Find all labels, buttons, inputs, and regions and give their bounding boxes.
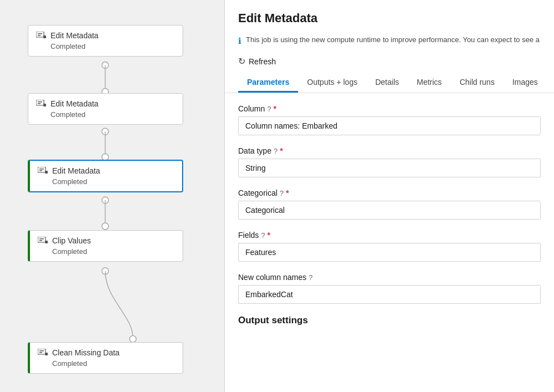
svg-point-6 (102, 197, 109, 203)
data-type-label: Data type ? * (238, 146, 541, 155)
node-label-5: Clean Missing Data (52, 348, 119, 357)
svg-rect-29 (45, 353, 48, 355)
svg-rect-15 (38, 101, 42, 103)
refresh-icon: ↻ (238, 56, 245, 67)
new-column-names-label: New column names ? (238, 273, 541, 282)
module-icon-1 (36, 32, 46, 39)
categorical-value: Categorical (238, 201, 541, 220)
new-column-names-field-group: New column names ? EmbarkedCat (238, 273, 541, 304)
new-column-names-help-icon[interactable]: ? (309, 273, 313, 282)
tab-parameters[interactable]: Parameters (238, 73, 298, 93)
module-icon-3 (38, 167, 48, 175)
info-icon: ℹ (238, 36, 241, 46)
fields-help-icon[interactable]: ? (261, 231, 265, 240)
tab-outputs-logs[interactable]: Outputs + logs (298, 73, 366, 93)
svg-rect-26 (38, 349, 46, 354)
svg-rect-22 (38, 237, 46, 242)
node-label-2: Edit Metadata (51, 99, 98, 108)
svg-point-7 (102, 223, 109, 230)
fields-value: Features (238, 243, 541, 262)
svg-rect-27 (39, 350, 44, 352)
fields-required: * (268, 231, 270, 240)
info-banner-text: This job is using the new compute runtim… (246, 35, 540, 44)
svg-rect-25 (45, 241, 48, 243)
pipeline-canvas: Edit Metadata Completed Edit Metadata Co… (0, 0, 225, 392)
svg-point-3 (102, 128, 109, 135)
svg-rect-19 (39, 169, 44, 170)
svg-rect-13 (43, 35, 46, 38)
svg-rect-18 (38, 167, 46, 172)
info-banner: ℹ This job is using the new compute runt… (238, 31, 541, 50)
column-required: * (273, 104, 276, 113)
svg-rect-23 (39, 238, 44, 240)
svg-rect-16 (38, 103, 41, 104)
tab-bar: Parameters Outputs + logs Details Metric… (238, 73, 541, 93)
parameters-content: Column ? * Column names: Embarked Data t… (225, 93, 554, 392)
svg-rect-24 (39, 240, 42, 241)
module-icon-4 (38, 237, 48, 245)
svg-rect-10 (36, 32, 44, 37)
module-icon-5 (38, 349, 48, 357)
pipeline-node-clean-missing-data[interactable]: Clean Missing Data Completed (28, 342, 183, 374)
fields-label: Fields ? * (238, 231, 541, 240)
svg-rect-21 (45, 171, 48, 174)
node-status-1: Completed (36, 42, 175, 50)
pipeline-node-edit-metadata-1[interactable]: Edit Metadata Completed (28, 25, 183, 57)
node-status-5: Completed (38, 359, 175, 368)
pipeline-node-clip-values[interactable]: Clip Values Completed (28, 230, 183, 262)
column-value: Column names: Embarked (238, 116, 541, 135)
output-settings-title: Output settings (238, 315, 541, 326)
data-type-required: * (280, 146, 283, 155)
node-label-4: Clip Values (52, 236, 91, 245)
pipeline-node-edit-metadata-2[interactable]: Edit Metadata Completed (28, 93, 183, 125)
svg-rect-12 (38, 35, 41, 36)
node-status-3: Completed (38, 177, 174, 186)
right-panel: Edit Metadata ℹ This job is using the ne… (225, 0, 554, 392)
svg-point-9 (129, 335, 136, 342)
categorical-required: * (286, 189, 289, 197)
svg-rect-14 (36, 100, 44, 105)
refresh-button[interactable]: ↻ Refresh (238, 54, 276, 69)
categorical-field-group: Categorical ? * Categorical (238, 189, 541, 220)
new-column-names-value: EmbarkedCat (238, 285, 541, 304)
svg-rect-28 (39, 352, 42, 353)
column-label: Column ? * (238, 104, 541, 113)
node-label-3: Edit Metadata (52, 166, 100, 175)
fields-field-group: Fields ? * Features (238, 231, 541, 262)
categorical-label: Categorical ? * (238, 189, 541, 197)
svg-rect-17 (43, 104, 46, 106)
tab-child-runs[interactable]: Child runs (451, 73, 503, 93)
column-field-group: Column ? * Column names: Embarked (238, 104, 541, 135)
data-type-value: String (238, 159, 541, 177)
tab-details[interactable]: Details (366, 73, 408, 93)
node-status-2: Completed (36, 110, 175, 119)
data-type-field-group: Data type ? * String (238, 146, 541, 177)
refresh-label: Refresh (249, 57, 276, 66)
node-label-1: Edit Metadata (51, 31, 98, 40)
pipeline-node-edit-metadata-3[interactable]: Edit Metadata Completed (28, 160, 183, 192)
svg-rect-11 (38, 33, 42, 34)
column-help-icon[interactable]: ? (267, 105, 271, 113)
right-panel-header: Edit Metadata ℹ This job is using the ne… (225, 0, 554, 93)
tab-images[interactable]: Images (503, 73, 547, 93)
svg-point-8 (102, 268, 109, 274)
module-icon-2 (36, 100, 46, 108)
categorical-help-icon[interactable]: ? (280, 189, 284, 197)
svg-point-0 (102, 62, 109, 69)
tab-metrics[interactable]: Metrics (408, 73, 451, 93)
svg-rect-20 (39, 170, 42, 171)
data-type-help-icon[interactable]: ? (274, 147, 278, 155)
page-title: Edit Metadata (238, 11, 541, 26)
node-status-4: Completed (38, 247, 175, 256)
